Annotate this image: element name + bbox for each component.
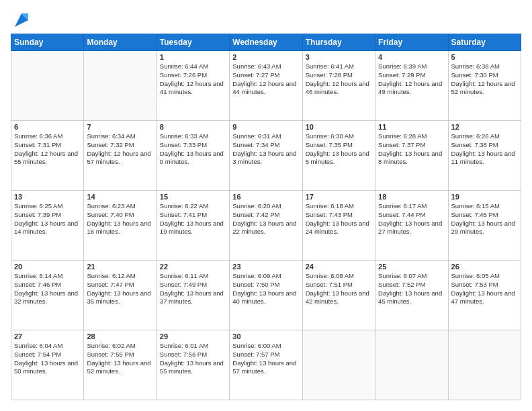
calendar-day-cell: 16Sunrise: 6:20 AM Sunset: 7:42 PM Dayli…: [230, 191, 302, 261]
weekday-header-cell: Friday: [375, 34, 448, 51]
calendar-day-cell: [11, 51, 84, 121]
day-detail: Sunrise: 6:20 AM Sunset: 7:42 PM Dayligh…: [232, 202, 299, 236]
day-number: 26: [451, 263, 518, 271]
day-number: 2: [232, 53, 299, 61]
day-number: 17: [306, 193, 372, 201]
weekday-header-cell: Tuesday: [157, 34, 229, 51]
day-number: 23: [232, 263, 299, 271]
day-detail: Sunrise: 6:43 AM Sunset: 7:27 PM Dayligh…: [232, 62, 299, 97]
day-detail: Sunrise: 6:36 AM Sunset: 7:31 PM Dayligh…: [14, 132, 81, 167]
day-detail: Sunrise: 6:39 AM Sunset: 7:29 PM Dayligh…: [378, 62, 445, 97]
logo: [11, 11, 31, 27]
calendar-day-cell: 22Sunrise: 6:11 AM Sunset: 7:49 PM Dayli…: [157, 261, 229, 330]
calendar-day-cell: 23Sunrise: 6:09 AM Sunset: 7:50 PM Dayli…: [230, 261, 302, 330]
day-number: 24: [306, 263, 372, 271]
weekday-header-cell: Thursday: [302, 34, 375, 51]
calendar-day-cell: [448, 330, 521, 400]
calendar-day-cell: 8Sunrise: 6:33 AM Sunset: 7:33 PM Daylig…: [157, 121, 229, 191]
day-number: 6: [14, 123, 81, 131]
day-detail: Sunrise: 6:02 AM Sunset: 7:55 PM Dayligh…: [87, 342, 153, 376]
calendar-day-cell: 30Sunrise: 6:00 AM Sunset: 7:57 PM Dayli…: [230, 330, 302, 400]
day-number: 1: [160, 53, 226, 61]
day-detail: Sunrise: 6:44 AM Sunset: 7:26 PM Dayligh…: [160, 62, 226, 97]
calendar-day-cell: 28Sunrise: 6:02 AM Sunset: 7:55 PM Dayli…: [84, 330, 157, 400]
calendar-day-cell: 29Sunrise: 6:01 AM Sunset: 7:56 PM Dayli…: [157, 330, 229, 400]
day-number: 10: [306, 123, 372, 131]
day-detail: Sunrise: 6:00 AM Sunset: 7:57 PM Dayligh…: [232, 342, 299, 376]
day-number: 21: [87, 263, 153, 271]
day-number: 19: [451, 193, 518, 201]
calendar-table: SundayMondayTuesdayWednesdayThursdayFrid…: [11, 34, 521, 400]
day-number: 18: [378, 193, 445, 201]
calendar-week-row: 6Sunrise: 6:36 AM Sunset: 7:31 PM Daylig…: [11, 121, 521, 191]
calendar-body: 1Sunrise: 6:44 AM Sunset: 7:26 PM Daylig…: [11, 51, 521, 400]
day-number: 13: [14, 193, 81, 201]
day-number: 3: [306, 53, 372, 61]
calendar-day-cell: 4Sunrise: 6:39 AM Sunset: 7:29 PM Daylig…: [375, 51, 448, 121]
calendar-day-cell: [302, 330, 375, 400]
day-number: 22: [160, 263, 226, 271]
day-detail: Sunrise: 6:38 AM Sunset: 7:30 PM Dayligh…: [451, 62, 518, 97]
calendar-day-cell: 7Sunrise: 6:34 AM Sunset: 7:32 PM Daylig…: [84, 121, 157, 191]
day-detail: Sunrise: 6:07 AM Sunset: 7:52 PM Dayligh…: [378, 272, 445, 306]
calendar-day-cell: [375, 330, 448, 400]
calendar-day-cell: 21Sunrise: 6:12 AM Sunset: 7:47 PM Dayli…: [84, 261, 157, 330]
weekday-header-cell: Wednesday: [230, 34, 302, 51]
day-number: 9: [232, 123, 299, 131]
day-detail: Sunrise: 6:08 AM Sunset: 7:51 PM Dayligh…: [306, 272, 372, 306]
day-detail: Sunrise: 6:41 AM Sunset: 7:28 PM Dayligh…: [306, 62, 372, 97]
day-detail: Sunrise: 6:12 AM Sunset: 7:47 PM Dayligh…: [87, 272, 153, 306]
day-number: 5: [451, 53, 518, 61]
calendar-day-cell: 18Sunrise: 6:17 AM Sunset: 7:44 PM Dayli…: [375, 191, 448, 261]
weekday-header-row: SundayMondayTuesdayWednesdayThursdayFrid…: [11, 34, 521, 51]
calendar-day-cell: 15Sunrise: 6:22 AM Sunset: 7:41 PM Dayli…: [157, 191, 229, 261]
day-detail: Sunrise: 6:05 AM Sunset: 7:53 PM Dayligh…: [451, 272, 518, 306]
day-number: 29: [160, 332, 226, 340]
calendar-day-cell: 5Sunrise: 6:38 AM Sunset: 7:30 PM Daylig…: [448, 51, 521, 121]
day-detail: Sunrise: 6:04 AM Sunset: 7:54 PM Dayligh…: [14, 342, 81, 376]
day-detail: Sunrise: 6:28 AM Sunset: 7:37 PM Dayligh…: [378, 132, 445, 167]
day-number: 25: [378, 263, 445, 271]
calendar-day-cell: 14Sunrise: 6:23 AM Sunset: 7:40 PM Dayli…: [84, 191, 157, 261]
day-detail: Sunrise: 6:09 AM Sunset: 7:50 PM Dayligh…: [232, 272, 299, 306]
calendar-day-cell: 19Sunrise: 6:15 AM Sunset: 7:45 PM Dayli…: [448, 191, 521, 261]
calendar-day-cell: 3Sunrise: 6:41 AM Sunset: 7:28 PM Daylig…: [302, 51, 375, 121]
weekday-header-cell: Sunday: [11, 34, 84, 51]
day-detail: Sunrise: 6:34 AM Sunset: 7:32 PM Dayligh…: [87, 132, 153, 167]
day-detail: Sunrise: 6:33 AM Sunset: 7:33 PM Dayligh…: [160, 132, 226, 167]
calendar-day-cell: 1Sunrise: 6:44 AM Sunset: 7:26 PM Daylig…: [157, 51, 229, 121]
calendar-day-cell: 13Sunrise: 6:25 AM Sunset: 7:39 PM Dayli…: [11, 191, 84, 261]
day-detail: Sunrise: 6:17 AM Sunset: 7:44 PM Dayligh…: [378, 202, 445, 236]
day-number: 8: [160, 123, 226, 131]
day-number: 7: [87, 123, 153, 131]
page: SundayMondayTuesdayWednesdayThursdayFrid…: [0, 0, 532, 411]
day-detail: Sunrise: 6:31 AM Sunset: 7:34 PM Dayligh…: [232, 132, 299, 167]
day-number: 15: [160, 193, 226, 201]
calendar-day-cell: 25Sunrise: 6:07 AM Sunset: 7:52 PM Dayli…: [375, 261, 448, 330]
calendar-day-cell: 20Sunrise: 6:14 AM Sunset: 7:46 PM Dayli…: [11, 261, 84, 330]
day-number: 14: [87, 193, 153, 201]
day-number: 20: [14, 263, 81, 271]
calendar-day-cell: 6Sunrise: 6:36 AM Sunset: 7:31 PM Daylig…: [11, 121, 84, 191]
day-detail: Sunrise: 6:23 AM Sunset: 7:40 PM Dayligh…: [87, 202, 153, 236]
day-number: 16: [232, 193, 299, 201]
calendar-header: SundayMondayTuesdayWednesdayThursdayFrid…: [11, 34, 521, 51]
calendar-day-cell: 2Sunrise: 6:43 AM Sunset: 7:27 PM Daylig…: [230, 51, 302, 121]
day-number: 12: [451, 123, 518, 131]
day-detail: Sunrise: 6:18 AM Sunset: 7:43 PM Dayligh…: [306, 202, 372, 236]
day-number: 30: [232, 332, 299, 340]
day-detail: Sunrise: 6:14 AM Sunset: 7:46 PM Dayligh…: [14, 272, 81, 306]
calendar-week-row: 20Sunrise: 6:14 AM Sunset: 7:46 PM Dayli…: [11, 261, 521, 330]
calendar-day-cell: 10Sunrise: 6:30 AM Sunset: 7:35 PM Dayli…: [302, 121, 375, 191]
day-detail: Sunrise: 6:01 AM Sunset: 7:56 PM Dayligh…: [160, 342, 226, 376]
calendar-day-cell: 26Sunrise: 6:05 AM Sunset: 7:53 PM Dayli…: [448, 261, 521, 330]
day-detail: Sunrise: 6:11 AM Sunset: 7:49 PM Dayligh…: [160, 272, 226, 306]
day-detail: Sunrise: 6:22 AM Sunset: 7:41 PM Dayligh…: [160, 202, 226, 236]
day-detail: Sunrise: 6:26 AM Sunset: 7:38 PM Dayligh…: [451, 132, 518, 167]
day-number: 11: [378, 123, 445, 131]
calendar-day-cell: 11Sunrise: 6:28 AM Sunset: 7:37 PM Dayli…: [375, 121, 448, 191]
day-number: 27: [14, 332, 81, 340]
weekday-header-cell: Monday: [84, 34, 157, 51]
calendar-week-row: 13Sunrise: 6:25 AM Sunset: 7:39 PM Dayli…: [11, 191, 521, 261]
calendar-week-row: 27Sunrise: 6:04 AM Sunset: 7:54 PM Dayli…: [11, 330, 521, 400]
